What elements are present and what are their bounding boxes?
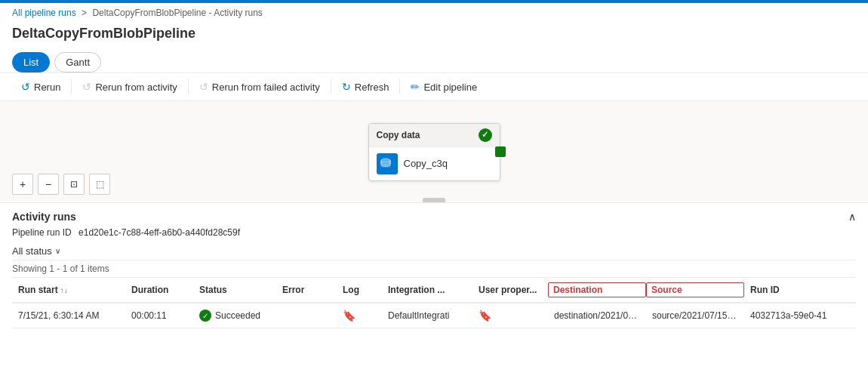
canvas-area: Copy data ✓ Copy_c3q + − ⊡ ⬚: [0, 101, 868, 203]
toolbar-separator-1: [71, 79, 72, 94]
zoom-in-button[interactable]: +: [12, 174, 33, 195]
section-header: Activity runs ∧: [12, 203, 856, 226]
pipeline-node-label: Copy_c3q: [404, 158, 448, 169]
refresh-button[interactable]: ↻ Refresh: [333, 72, 399, 101]
cell-status: ✓ Succeeded: [193, 310, 276, 322]
col-run-start[interactable]: Run start ↑↓: [12, 285, 125, 295]
col-user-props-label: User proper...: [479, 285, 537, 295]
col-run-start-label: Run start: [18, 285, 58, 295]
table-header: Run start ↑↓ Duration Status Error Log I…: [12, 278, 856, 304]
refresh-icon: ↻: [342, 81, 351, 93]
col-error-label: Error: [282, 285, 304, 295]
status-success-icon: ✓: [199, 310, 211, 322]
col-status-label: Status: [199, 285, 227, 295]
status-label: Succeeded: [215, 310, 260, 321]
activity-runs-section: Activity runs ∧ Pipeline run ID e1d20e1c…: [0, 203, 868, 328]
col-destination-label: Destination: [553, 285, 602, 295]
rerun-button[interactable]: ↺ Rerun: [12, 72, 69, 101]
pipeline-node-body: Copy_c3q: [369, 147, 500, 180]
rerun-from-activity-button[interactable]: ↺ Rerun from activity: [73, 72, 186, 101]
pipeline-run-id-label: Pipeline run ID: [12, 227, 72, 238]
tab-gantt[interactable]: Gantt: [54, 52, 101, 72]
section-title: Activity runs: [12, 211, 76, 223]
col-source: Source: [646, 282, 744, 297]
col-run-id-label: Run ID: [750, 285, 780, 295]
node-connector-right: [495, 146, 506, 157]
pipeline-run-id-row: Pipeline run ID e1d20e1c-7c88-4eff-a6b0-…: [12, 226, 856, 242]
rerun-icon: ↺: [21, 81, 30, 93]
cell-destination: destination/2021/07/15/06/: [548, 310, 646, 321]
breadcrumb-separator: >: [82, 8, 87, 18]
pipeline-node[interactable]: Copy data ✓ Copy_c3q: [368, 123, 500, 181]
divider-handle[interactable]: [423, 198, 445, 202]
log-icon[interactable]: 🔖: [343, 310, 356, 322]
col-log: Log: [337, 285, 382, 295]
pipeline-run-id-value: e1d20e1c-7c88-4eff-a6b0-a440fd28c59f: [78, 227, 240, 238]
filter-bar: All status ∨: [12, 242, 856, 260]
col-integration: Integration ...: [382, 285, 472, 295]
col-destination: Destination: [548, 282, 646, 297]
cell-run-id: 4032713a-59e0-41: [744, 310, 856, 321]
sort-icon: ↑↓: [60, 286, 68, 294]
cell-source: source/2021/07/15/06/: [646, 310, 744, 321]
edit-pipeline-icon: ✏: [411, 81, 420, 93]
col-source-label: Source: [651, 285, 682, 295]
rerun-from-activity-label: Rerun from activity: [95, 82, 177, 93]
zoom-out-button[interactable]: −: [38, 174, 59, 195]
tab-bar: List Gantt: [0, 48, 868, 72]
toolbar: ↺ Rerun ↺ Rerun from activity ↺ Rerun fr…: [0, 72, 868, 101]
copy-data-icon: [377, 153, 398, 174]
edit-pipeline-label: Edit pipeline: [423, 82, 477, 93]
pipeline-node-header: Copy data ✓: [369, 124, 500, 147]
cell-duration: 00:00:11: [125, 310, 193, 321]
cell-log[interactable]: 🔖: [337, 310, 382, 322]
toolbar-separator-4: [399, 79, 400, 94]
cell-integration: DefaultIntegrati: [382, 310, 472, 321]
rerun-from-activity-icon: ↺: [82, 81, 91, 93]
rerun-from-failed-icon: ↺: [199, 81, 208, 93]
node-success-badge: ✓: [479, 128, 492, 142]
cell-user-props[interactable]: 🔖: [472, 310, 548, 322]
col-status: Status: [193, 285, 276, 295]
status-badge: ✓ Succeeded: [199, 310, 270, 322]
rerun-label: Rerun: [34, 82, 60, 93]
rerun-from-failed-label: Rerun from failed activity: [212, 82, 320, 93]
showing-text: Showing 1 - 1 of 1 items: [12, 260, 856, 278]
canvas-controls: + − ⊡ ⬚: [12, 174, 110, 195]
col-run-id: Run ID: [744, 285, 856, 295]
col-error: Error: [276, 285, 337, 295]
edit-pipeline-button[interactable]: ✏ Edit pipeline: [402, 72, 486, 101]
col-log-label: Log: [343, 285, 359, 295]
user-props-icon[interactable]: 🔖: [479, 310, 491, 322]
collapse-button[interactable]: ∧: [848, 211, 856, 223]
pipeline-node-title: Copy data: [377, 130, 420, 140]
col-integration-label: Integration ...: [388, 285, 445, 295]
rerun-from-failed-button[interactable]: ↺ Rerun from failed activity: [190, 72, 329, 101]
status-filter-label: All status: [12, 245, 52, 257]
status-filter-chevron: ∨: [55, 247, 60, 255]
status-filter-button[interactable]: All status ∨: [12, 245, 60, 257]
toolbar-separator-2: [188, 79, 189, 94]
fit-view-button[interactable]: ⊡: [63, 174, 85, 195]
col-duration-label: Duration: [131, 285, 168, 295]
cell-run-start: 7/15/21, 6:30:14 AM: [12, 310, 125, 321]
toolbar-separator-3: [331, 79, 331, 94]
table-row[interactable]: 7/15/21, 6:30:14 AM 00:00:11 ✓ Succeeded…: [12, 304, 856, 328]
page-title: DeltaCopyFromBlobPipeline: [0, 23, 868, 48]
refresh-label: Refresh: [355, 82, 389, 93]
select-button[interactable]: ⬚: [89, 174, 110, 195]
breadcrumb-current: DeltaCopyFromBlobPipeline - Activity run…: [92, 8, 262, 18]
col-user-props: User proper...: [472, 285, 548, 295]
breadcrumb-link[interactable]: All pipeline runs: [12, 8, 76, 18]
breadcrumb: All pipeline runs > DeltaCopyFromBlobPip…: [0, 3, 868, 23]
col-duration: Duration: [125, 285, 193, 295]
tab-list[interactable]: List: [12, 52, 50, 72]
